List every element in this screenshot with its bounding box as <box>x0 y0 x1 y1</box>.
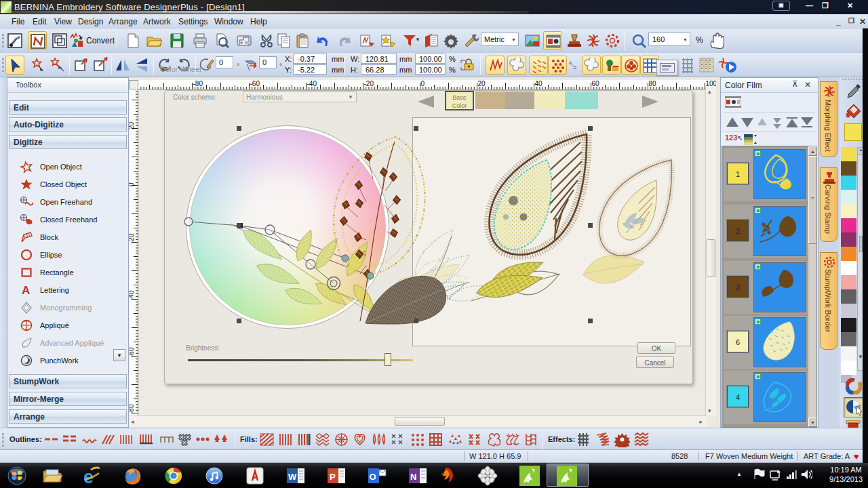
svg-text:A: A <box>22 284 30 297</box>
svg-text:P: P <box>330 472 336 482</box>
svg-text:W: W <box>288 472 297 482</box>
svg-text:O: O <box>370 472 376 482</box>
svg-text:N: N <box>410 472 416 482</box>
